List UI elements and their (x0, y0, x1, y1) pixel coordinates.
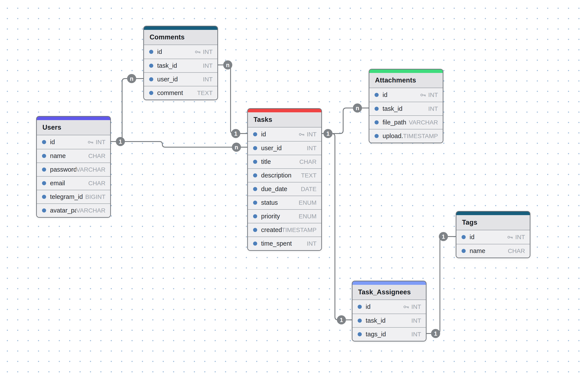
field-bullet-icon (253, 160, 257, 164)
field-bullet-icon (42, 154, 46, 158)
table-comments[interactable]: Comments idINTtask_idINTuser_idINTcommen… (143, 26, 218, 100)
field-type: INT (403, 303, 421, 310)
field-type: INT (298, 131, 316, 138)
key-icon (194, 49, 201, 55)
field-bullet-icon (253, 242, 257, 246)
field-row-name: nameCHAR (456, 244, 530, 258)
table-fields: idINTtask_idINTfile_pathVARCHARupload...… (369, 88, 443, 143)
cardinality-badge: 1 (116, 137, 125, 146)
field-type-label: INT (203, 48, 213, 55)
field-bullet-icon (462, 235, 466, 239)
cardinality-badge: n (232, 143, 241, 152)
field-name: id (50, 139, 87, 146)
field-type: TIMESTAMP (403, 133, 438, 140)
field-bullet-icon (253, 173, 257, 177)
field-type-label: CHAR (88, 153, 106, 160)
field-type: INT (307, 240, 316, 247)
field-bullet-icon (253, 228, 257, 232)
field-row-avatar_pa: avatar_pa...VARCHAR (37, 203, 110, 217)
relationship-tasks-id-to-taskassignees-task_id[interactable] (322, 133, 352, 320)
table-title: Task_Assignees (358, 288, 411, 296)
table-fields: idINTuser_idINTtitleCHARdescriptionTEXTd… (248, 128, 321, 250)
cardinality-badge: n (353, 104, 362, 113)
key-icon (403, 304, 409, 310)
field-row-user_id: user_idINT (144, 72, 217, 86)
table-users[interactable]: Users idINTnameCHARpasswordVARCHARemailC… (36, 116, 111, 218)
field-type: INT (203, 62, 213, 69)
table-title: Users (42, 124, 61, 131)
field-bullet-icon (374, 134, 379, 138)
svg-text:n: n (130, 76, 133, 82)
table-color-bar (352, 281, 426, 285)
field-bullet-icon (358, 318, 362, 323)
field-bullet-icon (149, 64, 153, 68)
relationship-users-id-to-tasks-user_id[interactable] (111, 141, 247, 147)
svg-text:1: 1 (234, 130, 237, 137)
field-type: INT (87, 139, 106, 146)
field-name: id (366, 303, 403, 310)
diagram-canvas[interactable]: 1nnn11n111 Comments idINTtask_idINTuser_… (0, 0, 588, 377)
table-tags[interactable]: Tags idINTnameCHAR (456, 211, 530, 258)
field-type: INT (411, 317, 421, 324)
field-type: TEXT (301, 172, 316, 179)
field-type: VARCHAR (76, 166, 106, 173)
table-color-bar (248, 109, 321, 112)
table-header: Task_Assignees (352, 285, 426, 300)
field-bullet-icon (42, 181, 46, 185)
field-name: id (157, 48, 194, 55)
field-name: time_spent (261, 240, 307, 247)
field-type-label: CHAR (300, 158, 316, 165)
table-attachments[interactable]: Attachments idINTtask_idINTfile_pathVARC… (369, 69, 443, 143)
table-task_assignees[interactable]: Task_Assignees idINTtask_idINTtags_idINT (352, 281, 427, 342)
field-type-label: TEXT (197, 90, 213, 96)
field-type-label: INT (307, 131, 316, 138)
key-icon (420, 92, 426, 98)
field-bullet-icon (253, 132, 257, 136)
field-type: TEXT (197, 90, 213, 96)
field-row-task_id: task_idINT (352, 314, 426, 327)
table-header: Users (37, 120, 110, 135)
cardinality-badge: 1 (337, 315, 346, 324)
table-fields: idINTnameCHARpasswordVARCHARemailCHARtel… (37, 135, 110, 217)
field-type-label: INT (515, 234, 525, 241)
field-type-label: INT (203, 62, 213, 69)
field-type: CHAR (508, 247, 525, 255)
field-type-label: INT (96, 139, 106, 146)
table-fields: idINTtask_idINTtags_idINT (352, 300, 426, 341)
field-row-password: passwordVARCHAR (37, 163, 110, 176)
field-type: CHAR (88, 153, 106, 160)
field-row-task_id: task_idINT (144, 59, 217, 72)
key-icon (507, 234, 513, 240)
field-type-label: INT (428, 92, 438, 98)
cardinality-badge: 1 (439, 232, 448, 241)
field-bullet-icon (253, 187, 257, 191)
table-color-bar (144, 26, 217, 30)
field-bullet-icon (149, 77, 153, 81)
table-color-bar (456, 212, 530, 215)
field-name: user_id (157, 76, 203, 83)
field-row-task_id: task_idINT (369, 102, 443, 115)
field-name: comment (157, 89, 197, 96)
field-row-description: descriptionTEXT (248, 168, 321, 182)
field-type-label: TIMESTAMP (403, 133, 438, 140)
relationship-users-id-to-comments-user_id[interactable] (111, 79, 143, 141)
field-type-label: TIMESTAMP (282, 227, 316, 234)
cardinality-badge: n (127, 74, 136, 83)
relationship-comments-task_id-to-tasks-id[interactable] (218, 65, 247, 133)
svg-text:n: n (356, 105, 359, 111)
svg-text:n: n (235, 144, 238, 151)
field-row-id: idINT (248, 128, 321, 141)
svg-text:1: 1 (326, 130, 329, 137)
relationship-tags-id-to-taskassignees-tags_id[interactable] (427, 236, 456, 333)
field-name: id (261, 131, 298, 138)
field-type: INT (194, 48, 213, 55)
field-type: INT (507, 234, 525, 241)
field-bullet-icon (253, 146, 257, 150)
field-bullet-icon (462, 249, 466, 253)
field-row-tags_id: tags_idINT (352, 327, 426, 341)
field-name: priority (261, 213, 299, 220)
field-bullet-icon (374, 93, 379, 97)
table-tasks[interactable]: Tasks idINTuser_idINTtitleCHARdescriptio… (247, 108, 322, 251)
field-type-label: DATE (301, 186, 316, 193)
field-row-id: idINT (456, 230, 530, 244)
